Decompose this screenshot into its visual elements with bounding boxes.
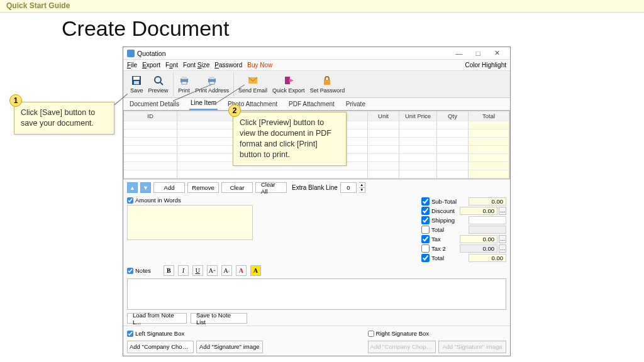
callout-1-badge: 1 (9, 94, 22, 107)
clear-button[interactable]: Clear (221, 182, 253, 193)
extra-blank-line-input[interactable] (340, 182, 357, 193)
subtotal-value: 0.00 (469, 197, 506, 206)
move-up-button[interactable]: ▲ (127, 182, 138, 193)
add-button[interactable]: Add (153, 182, 185, 193)
menu-export[interactable]: Export (142, 62, 160, 69)
amount-in-words-checkbox[interactable]: Amount in Words (127, 197, 416, 204)
total-checkbox[interactable] (421, 254, 430, 262)
toolbar: Save Preview Print Print Address Send Em… (123, 70, 510, 98)
tax2-value: 0.00 (460, 244, 497, 253)
total1-checkbox[interactable] (421, 226, 430, 234)
send-email-button[interactable]: Send Email (236, 72, 270, 96)
discount-more-button[interactable]: … (499, 207, 506, 215)
maximize-button[interactable]: □ (469, 50, 487, 57)
tax-value: 0.00 (460, 235, 497, 243)
tax-more-button[interactable]: … (499, 235, 506, 243)
close-button[interactable]: ✕ (487, 49, 506, 57)
titlebar: Quotation — □ ✕ (123, 47, 510, 60)
right-sig-checkbox[interactable]: Right Signature Box (368, 330, 506, 337)
shipping-value[interactable] (469, 216, 506, 224)
save-icon (131, 75, 142, 86)
svg-rect-2 (134, 81, 139, 84)
col-qty: Qty (437, 111, 469, 121)
tax2-checkbox[interactable] (421, 244, 430, 253)
printer-icon (179, 75, 190, 86)
shipping-checkbox[interactable] (421, 216, 430, 224)
page-heading: Create Document (62, 16, 229, 41)
font-inc-button[interactable]: A+ (207, 265, 218, 276)
notes-textarea[interactable] (127, 278, 506, 310)
menubar: File Export Font Font Size Password Buy … (123, 60, 510, 70)
menu-password[interactable]: Password (214, 62, 242, 69)
menu-buy[interactable]: Buy Now (247, 62, 272, 69)
right-signature-box: Right Signature Box Add "Company Chop" i… (368, 330, 506, 356)
menu-color-highlight[interactable]: Color Highlight (465, 62, 506, 69)
svg-rect-7 (182, 82, 187, 84)
font-color-button[interactable]: A (236, 265, 247, 276)
add-signature-button-r: Add "Signature" image (438, 341, 506, 353)
menu-file[interactable]: File (127, 62, 137, 69)
grid-controls: ▲ ▼ Add Remove Clear Clear All Extra Bla… (123, 179, 510, 195)
summary-panel: Sub-Total0.00 Discount0.00… Shipping Tot… (421, 197, 506, 263)
notes-checkbox[interactable]: Notes (127, 267, 151, 274)
table-row[interactable] (124, 170, 509, 178)
magnifier-icon (153, 75, 164, 86)
callout-2-badge: 2 (228, 104, 241, 117)
quick-export-button[interactable]: Quick Export (270, 72, 308, 96)
svg-rect-6 (182, 77, 187, 79)
col-total: Total (469, 111, 509, 121)
bold-button[interactable]: B (164, 265, 174, 276)
app-window: Quotation — □ ✕ File Export Font Font Si… (123, 47, 511, 356)
tax-checkbox[interactable] (421, 235, 430, 243)
add-company-chop-button-r: Add "Company Chop" i... (368, 341, 436, 353)
col-unit-price: Unit Price (399, 111, 437, 121)
discount-checkbox[interactable] (421, 207, 430, 215)
svg-rect-14 (324, 80, 330, 85)
save-to-note-list-button[interactable]: Save to Note List (191, 313, 247, 324)
tax2-more-button[interactable]: … (499, 244, 506, 253)
extra-blank-line-label: Extra Blank Line (292, 184, 338, 191)
font-dec-button[interactable]: A- (221, 265, 232, 276)
total-value: 0.00 (469, 254, 506, 262)
move-down-button[interactable]: ▼ (140, 182, 151, 193)
menu-font[interactable]: Font (165, 62, 178, 69)
subtotal-checkbox[interactable] (421, 197, 430, 206)
add-signature-button[interactable]: Add "Signature" image (196, 341, 263, 353)
svg-rect-12 (285, 77, 290, 84)
save-button[interactable]: Save (128, 72, 146, 96)
doc-icon (127, 50, 135, 57)
col-id: ID (124, 111, 177, 121)
clear-all-button[interactable]: Clear All (255, 182, 287, 193)
remove-button[interactable]: Remove (187, 182, 219, 193)
italic-button[interactable]: I (178, 265, 189, 276)
callout-1: Click [Save] button to save your documen… (14, 102, 114, 134)
svg-rect-1 (133, 77, 140, 80)
tab-bar: Document Details Line Item Photo Attachm… (123, 98, 510, 111)
preview-button[interactable]: Preview (146, 72, 171, 96)
spin-up-icon[interactable]: ▲ (359, 183, 365, 188)
underline-button[interactable]: U (192, 265, 203, 276)
col-unit: Unit (368, 111, 399, 121)
svg-point-3 (155, 77, 161, 83)
menu-fontsize[interactable]: Font Size (183, 62, 209, 69)
export-icon (283, 75, 294, 86)
set-password-button[interactable]: Set Password (308, 72, 348, 96)
spin-down-icon[interactable]: ▼ (359, 188, 365, 192)
highlight-button[interactable]: A (250, 265, 261, 276)
svg-rect-9 (209, 77, 214, 79)
amount-in-words-box[interactable] (127, 205, 253, 240)
svg-marker-13 (289, 79, 294, 82)
tab-pdf-attachment[interactable]: PDF Attachment (287, 99, 336, 110)
callout-2: Click [Preview] button to view the docum… (233, 112, 347, 166)
add-company-chop-button[interactable]: Add "Company Chop"... (127, 341, 194, 353)
svg-line-4 (160, 82, 163, 85)
left-sig-checkbox[interactable]: Left Signature Box (127, 330, 263, 337)
mail-icon (247, 75, 258, 86)
window-title: Quotation (137, 50, 450, 57)
lock-icon (321, 75, 333, 86)
discount-value: 0.00 (460, 207, 497, 215)
load-from-note-list-button[interactable]: Load from Note L... (127, 313, 187, 324)
minimize-button[interactable]: — (450, 50, 469, 57)
tab-private[interactable]: Private (345, 99, 367, 110)
guide-banner: Quick Start Guide (0, 0, 644, 13)
